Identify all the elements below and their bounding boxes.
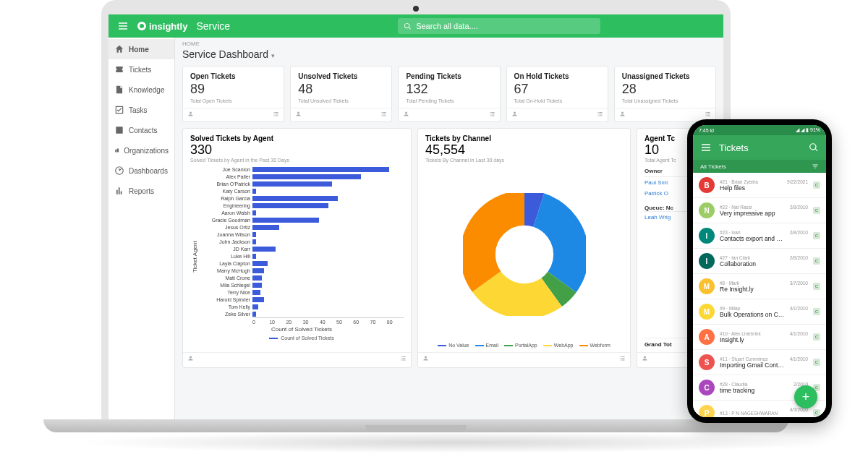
card-subtitle: Solved Tickets by Agent in the Past 30 D… <box>190 158 404 163</box>
ticket-meta: #27 · Ian Clark <box>720 255 785 260</box>
bar-label: Tom Kelly <box>200 304 250 309</box>
page-title[interactable]: Service Dashboard ▾ <box>175 47 723 66</box>
list-icon[interactable] <box>380 111 387 117</box>
sidebar-item-tasks[interactable]: Tasks <box>109 100 174 120</box>
stat-title: Open Tickets <box>190 72 276 80</box>
filter-icon[interactable] <box>812 163 819 170</box>
bar <box>252 210 256 215</box>
bar-row: Engineering <box>200 202 404 209</box>
ticket-subject: time tracking <box>720 387 788 394</box>
card-title: Solved Tickets by Agent <box>190 134 404 142</box>
sidebar-item-organizations[interactable]: Organizations <box>109 140 174 161</box>
status-badge: C <box>813 207 820 214</box>
bar <box>252 247 276 252</box>
bar <box>252 312 256 317</box>
list-icon[interactable] <box>489 111 495 117</box>
ticket-row[interactable]: S#11 · Stuart CummingsImporting Gmail Co… <box>693 350 826 375</box>
search-input[interactable]: Search all data.... <box>398 18 600 34</box>
ticket-row[interactable]: N#22 · Nat RassiVery impressive app2/8/2… <box>693 198 826 223</box>
ticket-subject: Insight.ly <box>720 336 785 343</box>
user-icon[interactable] <box>403 111 409 117</box>
bar <box>252 203 328 208</box>
avatar: C <box>699 380 715 395</box>
stat-title: Unsolved Tickets <box>298 72 384 80</box>
bar-row: Brian O'Patrick <box>200 180 404 187</box>
ticket-row[interactable]: M#8 · MarkRe Insight.ly3/7/2010C <box>693 274 826 299</box>
sidebar-item-label: Tasks <box>129 106 148 114</box>
bar <box>252 189 256 194</box>
user-icon[interactable] <box>187 111 194 117</box>
legend-item: WebApp <box>543 343 574 348</box>
ticket-row[interactable]: M#9 · MilapBulk Operations on Contacts4/… <box>693 299 826 325</box>
bar-label: Jesus Ortiz <box>200 225 250 230</box>
stat-card: Unsolved Tickets48Total Unsolved Tickets <box>290 66 392 122</box>
sidebar-item-label: Knowledge <box>129 86 164 94</box>
list-icon[interactable] <box>619 355 626 362</box>
avatar: M <box>699 278 715 294</box>
sidebar-item-home[interactable]: Home <box>109 39 174 59</box>
user-icon[interactable] <box>619 111 626 117</box>
card-value: 330 <box>190 142 404 158</box>
solved-by-agent-card: Solved Tickets by Agent 330 Solved Ticke… <box>182 128 412 368</box>
ticket-row[interactable]: B#21 · Brian ZylstraHelp files9/22/2021C <box>693 173 826 198</box>
bar <box>252 167 389 172</box>
knowledge-icon <box>114 85 124 95</box>
stat-title: Pending Tickets <box>406 72 492 80</box>
ticket-meta: #21 · Brian Zylstra <box>720 179 782 184</box>
ticket-row[interactable]: I#23 · IvanContacts export and printing2… <box>693 223 826 249</box>
bar-row: Zeke Silver <box>200 310 404 317</box>
fab-add-button[interactable]: + <box>794 385 817 408</box>
bar <box>252 297 264 302</box>
sidebar-item-contacts[interactable]: Contacts <box>109 120 174 140</box>
organizations-icon <box>114 145 119 155</box>
status-badge: C <box>813 232 820 239</box>
phone-header: Tickets <box>693 135 826 160</box>
bar-row: John Jackson <box>200 238 404 245</box>
bar-row: Joanna Wilson <box>200 231 404 238</box>
sidebar-item-dashboards[interactable]: Dashboards <box>109 161 174 181</box>
list-icon[interactable] <box>705 111 711 117</box>
ticket-meta: #11 · Stuart Cummings <box>720 356 785 362</box>
ticket-meta: #28 · Claudia <box>720 382 788 387</box>
bar-label: Ralph Garcia <box>200 196 250 201</box>
menu-icon[interactable] <box>700 142 712 153</box>
sidebar-item-knowledge[interactable]: Knowledge <box>109 80 174 100</box>
avatar: M <box>699 304 715 320</box>
bar-row: Ralph Garcia <box>200 194 404 202</box>
bar-row: JD Karr <box>200 245 404 252</box>
ticket-date: 4/1/2010 <box>790 331 808 336</box>
stat-value: 67 <box>514 82 600 97</box>
list-icon[interactable] <box>597 111 603 117</box>
user-icon[interactable] <box>642 355 648 362</box>
bar-row: Luke Hill <box>200 252 404 260</box>
bar-row: Tom Kelly <box>200 303 404 310</box>
ticket-date: 4/1/2010 <box>790 356 808 362</box>
stat-value: 28 <box>622 82 708 97</box>
legend-item: No Value <box>438 343 469 348</box>
user-icon[interactable] <box>422 355 429 362</box>
ticket-row[interactable]: A#10 · Alex LinebrinkInsight.ly4/1/2010C <box>693 325 826 350</box>
sidebar-item-tickets[interactable]: Tickets <box>109 59 174 80</box>
search-icon[interactable] <box>809 142 819 153</box>
phone-title: Tickets <box>719 142 749 153</box>
search-icon <box>404 22 412 30</box>
contacts-icon <box>114 125 124 135</box>
ticket-subject: Collaboration <box>720 260 785 268</box>
bar <box>252 290 260 295</box>
menu-icon[interactable] <box>117 20 129 32</box>
list-icon[interactable] <box>400 355 407 362</box>
status-badge: C <box>813 409 820 416</box>
user-icon[interactable] <box>511 111 518 117</box>
user-icon[interactable] <box>187 355 194 362</box>
phone-filter-bar[interactable]: All Tickets <box>693 160 826 173</box>
stat-subtitle: Total Unsolved Tickets <box>298 98 384 103</box>
tickets-icon <box>114 64 124 74</box>
legend-item: Email <box>475 343 499 348</box>
list-icon[interactable] <box>273 111 279 117</box>
ticket-row[interactable]: I#27 · Ian ClarkCollaboration2/8/2010C <box>693 249 826 274</box>
legend-item: Webform <box>579 343 610 348</box>
sidebar-item-reports[interactable]: Reports <box>109 181 174 201</box>
status-badge: C <box>813 359 820 366</box>
user-icon[interactable] <box>295 111 302 117</box>
status-badge: C <box>813 333 820 341</box>
